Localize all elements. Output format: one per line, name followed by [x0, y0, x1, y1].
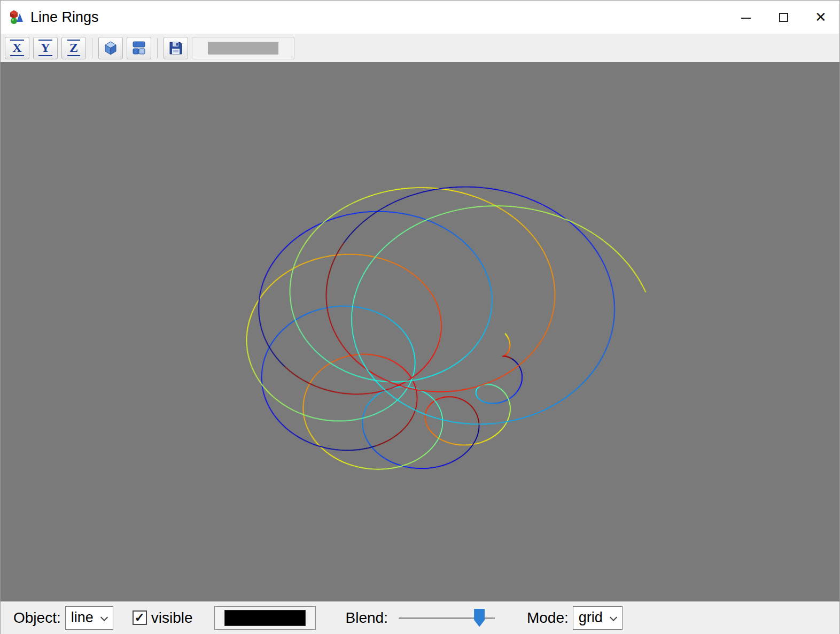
color-picker-button[interactable] — [214, 606, 316, 630]
axis-x-button[interactable]: X — [5, 37, 29, 59]
object-label: Object: — [13, 609, 61, 627]
object-select[interactable]: line — [65, 606, 113, 630]
window-title: Line Rings — [30, 9, 99, 26]
chevron-down-icon — [100, 614, 108, 621]
disabled-button-placeholder — [208, 42, 278, 55]
mode-select-value: grid — [579, 609, 603, 626]
mode-select[interactable]: grid — [573, 606, 623, 630]
visible-label: visible — [151, 609, 193, 627]
window-controls: ✕ — [727, 1, 839, 34]
object-select-value: line — [71, 609, 94, 626]
chevron-down-icon — [610, 614, 617, 621]
layers-button[interactable] — [127, 37, 151, 59]
app-window: Line Rings ✕ X Y Z — [0, 0, 840, 634]
status-bar: Object: line ✓ visible Blend: Mode: grid — [1, 601, 839, 634]
close-icon: ✕ — [815, 10, 827, 24]
save-button[interactable] — [164, 37, 188, 59]
mode-label: Mode: — [527, 609, 569, 627]
toolbar-separator — [157, 38, 158, 58]
axis-y-button[interactable]: Y — [33, 37, 58, 59]
view-3d-button[interactable] — [98, 37, 123, 59]
axis-z-icon: Z — [67, 40, 80, 56]
blend-slider-thumb[interactable] — [474, 609, 485, 627]
cube-3d-icon — [102, 40, 119, 56]
disabled-toolbar-button[interactable] — [192, 37, 294, 59]
blend-label: Blend: — [346, 609, 388, 627]
axis-z-button[interactable]: Z — [61, 37, 86, 59]
minimize-icon — [741, 18, 751, 19]
layers-icon — [131, 40, 146, 56]
color-swatch — [224, 610, 306, 626]
axis-y-icon: Y — [38, 40, 52, 56]
save-icon — [168, 41, 183, 56]
title-bar: Line Rings ✕ — [1, 1, 839, 34]
toolbar-separator — [92, 38, 92, 58]
maximize-icon — [779, 13, 788, 22]
scene-canvas[interactable] — [1, 62, 839, 601]
app-icon — [8, 9, 24, 25]
checkmark-icon: ✓ — [135, 612, 145, 624]
axis-x-icon: X — [10, 40, 24, 56]
toolbar: X Y Z — [1, 34, 839, 62]
blend-slider[interactable] — [399, 606, 495, 630]
close-button[interactable]: ✕ — [802, 1, 839, 34]
visible-checkbox[interactable]: ✓ — [133, 610, 147, 625]
maximize-button[interactable] — [765, 1, 802, 34]
minimize-button[interactable] — [727, 1, 765, 34]
